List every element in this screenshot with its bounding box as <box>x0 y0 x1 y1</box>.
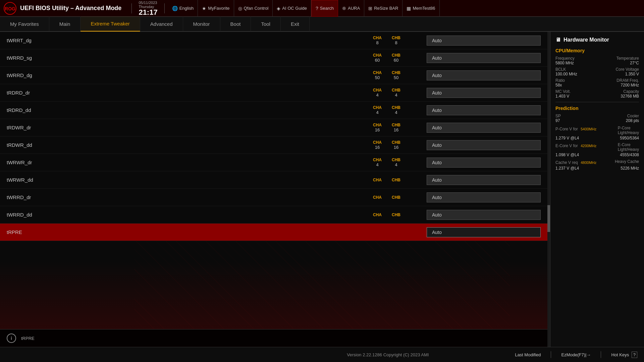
nav-favorites[interactable]: My Favorites <box>0 16 49 32</box>
table-row[interactable]: tRDWR_dr CHA 16 CHB 16 Auto <box>0 119 547 136</box>
cha-col: CHA 16 <box>373 123 382 132</box>
last-modified-button[interactable]: Last Modified <box>515 352 541 357</box>
table-row[interactable]: tWRRD_dg CHA 50 CHB 50 Auto <box>0 67 547 84</box>
nav-main[interactable]: Main <box>49 16 81 32</box>
hw-ecore-section: E-Core V for 4200MHz E-CoreLight/Heavy 1… <box>555 142 639 157</box>
scrollbar-thumb[interactable] <box>547 205 550 232</box>
hw-mc-volt-group: MC Volt. 1.403 V <box>555 89 571 99</box>
table-row[interactable]: tWRRD_dd CHA CHB Auto <box>0 206 547 224</box>
setting-name-twrrd-sg: tWRRD_sg <box>7 55 373 61</box>
cha-label: CHA <box>373 53 382 58</box>
bottom-actions: Last Modified EzMode(F7)|→ Hot Keys ? <box>515 351 637 358</box>
nav-advanced[interactable]: Advanced <box>140 16 183 32</box>
toolbar-myfavorite[interactable]: ★ MyFavorite <box>198 0 234 17</box>
setting-control[interactable]: Auto <box>427 123 541 133</box>
divider <box>551 351 551 358</box>
chb-label: CHB <box>392 158 400 162</box>
setting-control[interactable]: Auto <box>427 88 541 98</box>
auto-button[interactable]: Auto <box>427 158 541 168</box>
nav-exit[interactable]: Exit <box>281 16 310 32</box>
cha-label: CHA <box>373 88 382 93</box>
setting-control[interactable]: Auto <box>427 227 541 237</box>
table-row[interactable]: tWRRD_dr CHA CHB Auto <box>0 189 547 206</box>
setting-control[interactable]: Auto <box>427 53 541 63</box>
auto-button[interactable]: Auto <box>427 36 541 46</box>
setting-control[interactable]: Auto <box>427 70 541 80</box>
cha-value: 60 <box>375 58 380 63</box>
content-wrapper: tWRRT_dg CHA 8 CHB 8 Auto <box>0 32 547 347</box>
ez-mode-button[interactable]: EzMode(F7)|→ <box>561 352 591 357</box>
setting-control[interactable]: Auto <box>427 192 541 202</box>
auto-button[interactable]: Auto <box>427 88 541 98</box>
hot-keys-button[interactable]: Hot Keys ? <box>611 352 637 357</box>
chb-value: 16 <box>394 127 398 132</box>
table-row[interactable]: tWRWR_dr CHA 4 CHB 4 Auto <box>0 154 547 171</box>
cha-label: CHA <box>373 195 382 200</box>
nav-tool[interactable]: Tool <box>251 16 281 32</box>
table-row[interactable]: tRDRD_dd CHA 4 CHB 4 Auto <box>0 102 547 119</box>
hw-pcore-section: P-Core V for 5400MHz P-CoreLight/Heavy 1… <box>555 126 639 140</box>
nav-monitor[interactable]: Monitor <box>183 16 220 32</box>
hw-divider <box>555 102 639 102</box>
chb-label: CHB <box>392 36 400 40</box>
cha-value: 4 <box>376 110 378 115</box>
hw-frequency-label: Frequency 5800 MHz <box>555 56 575 65</box>
auto-button[interactable]: Auto <box>427 210 541 220</box>
memtest-label: MemTest86 <box>413 6 435 11</box>
svg-text:ROG: ROG <box>5 6 15 11</box>
auto-button[interactable]: Auto <box>427 53 541 63</box>
toolbar-memtest[interactable]: ▦ MemTest86 <box>402 0 439 17</box>
resize-label: ReSize BAR <box>374 6 398 11</box>
table-row[interactable]: tWRWR_dd CHA CHB Auto <box>0 171 547 189</box>
channel-values: CHA 4 CHB 4 <box>373 88 420 98</box>
auto-button[interactable]: Auto <box>427 192 541 202</box>
cha-label: CHA <box>373 158 382 162</box>
setting-control[interactable]: Auto <box>427 140 541 150</box>
nav-boot[interactable]: Boot <box>220 16 251 32</box>
cha-col: CHA 4 <box>373 88 382 98</box>
toolbar-qfan[interactable]: ◎ Qfan Control <box>234 0 273 17</box>
chb-value: 4 <box>395 110 397 115</box>
hw-core-voltage-group: Core Voltage 1.350 V <box>616 67 639 76</box>
table-row[interactable]: tWRRT_dg CHA 8 CHB 8 Auto <box>0 32 547 49</box>
setting-control[interactable]: Auto <box>427 158 541 168</box>
cha-value: 8 <box>376 40 378 45</box>
scrollbar-track[interactable] <box>547 32 550 347</box>
toolbar-aioc[interactable]: ◈ AI OC Guide <box>273 0 311 17</box>
toolbar-aura[interactable]: ❊ AURA <box>338 0 364 17</box>
auto-button[interactable]: Auto <box>427 105 541 115</box>
auto-button[interactable]: Auto <box>427 175 541 185</box>
nav-extreme-tweaker[interactable]: Extreme Tweaker <box>80 16 140 32</box>
chb-label: CHB <box>392 53 400 58</box>
toolbar-resize[interactable]: ⊞ ReSize BAR <box>364 0 402 17</box>
cha-label: CHA <box>373 70 382 75</box>
chb-label: CHB <box>392 123 400 127</box>
toolbar-english[interactable]: 🌐 English <box>168 0 198 17</box>
setting-name-twrrd-dg: tWRRD_dg <box>7 72 373 78</box>
setting-control[interactable]: Auto <box>427 210 541 220</box>
toolbar-search[interactable]: ? Search <box>311 0 338 17</box>
time-display: 21:17 <box>139 9 157 16</box>
app-title: UEFI BIOS Utility – Advanced Mode <box>20 5 121 12</box>
hw-ratio-row: Ratio 58x DRAM Freq. 7200 MHz <box>555 78 639 87</box>
setting-name-twrrd-dr: tWRRD_dr <box>7 194 373 200</box>
auto-button[interactable]: Auto <box>427 123 541 133</box>
chb-value: 60 <box>394 58 398 63</box>
table-row-selected[interactable]: tRPRE Auto <box>0 224 547 241</box>
auto-button-selected[interactable]: Auto <box>427 227 541 237</box>
table-row[interactable]: tRDRD_dr CHA 4 CHB 4 Auto <box>0 84 547 102</box>
table-row[interactable]: tRDWR_dd CHA 16 CHB 16 Auto <box>0 136 547 154</box>
star-icon: ★ <box>202 6 206 11</box>
auto-button[interactable]: Auto <box>427 70 541 80</box>
chb-value: 4 <box>395 162 397 167</box>
setting-control[interactable]: Auto <box>427 105 541 115</box>
setting-control[interactable]: Auto <box>427 36 541 46</box>
chb-col: CHB 16 <box>392 140 400 150</box>
auto-button[interactable]: Auto <box>427 140 541 150</box>
hw-heavy-cache-value: 5226 MHz <box>621 166 639 171</box>
hw-sp-group: SP 97 <box>555 114 561 123</box>
setting-control[interactable]: Auto <box>427 175 541 185</box>
table-row[interactable]: tWRRD_sg CHA 60 CHB 60 Auto <box>0 49 547 67</box>
top-bar: ROG UEFI BIOS Utility – Advanced Mode 05… <box>0 0 644 17</box>
cha-col: CHA 4 <box>373 105 382 115</box>
